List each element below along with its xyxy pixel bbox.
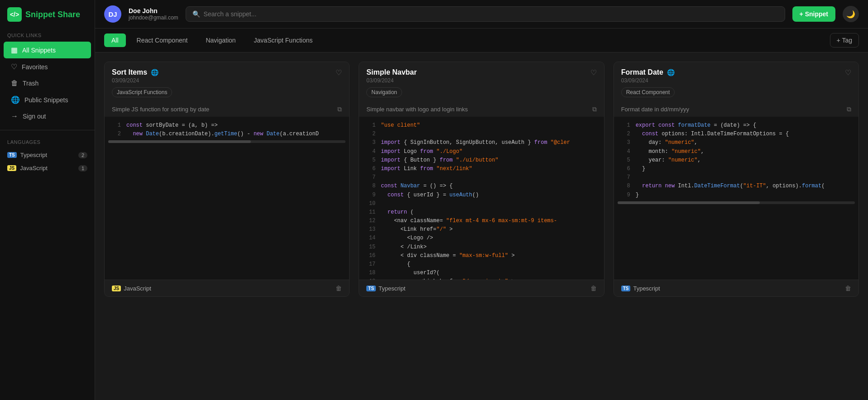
card-description: Simple JS function for sorting by date ⧉ [105,102,349,117]
line-number: 4 [364,148,375,156]
tab-react-component[interactable]: React Component [129,33,195,47]
delete-icon[interactable]: 🗑 [845,285,851,292]
code-line: 1"use client" [359,121,604,130]
copy-icon[interactable]: ⧉ [337,105,342,113]
card-top-row: Sort Items 🌐 03/09/2024 ♡ [112,68,342,84]
tab-javascript-functions[interactable]: JavaScript Functions [247,33,320,47]
search-bar[interactable]: 🔍 [186,6,785,22]
lang-left: JS JavaScript [7,165,48,171]
tag-badge: React Component [621,87,675,97]
line-number: 7 [364,173,375,182]
line-code: const sortByDate = (a, b) => [126,121,218,130]
line-number: 2 [364,130,375,138]
code-block: 1 const sortByDate = (a, b) => 2 new Dat… [105,117,349,280]
scrollbar-thumb [108,140,251,143]
favorite-icon[interactable]: ♡ [336,68,342,77]
code-line: 6 } [614,165,858,173]
line-number: 7 [619,173,630,182]
card-footer: JS JavaScript 🗑 [105,280,349,296]
sidebar-item-label: Sign out [23,113,46,120]
code-line: 2 [359,130,604,138]
search-input[interactable] [204,10,778,18]
line-number: 1 [110,121,121,130]
line-number: 19 [364,277,375,280]
favorite-icon[interactable]: ♡ [845,68,851,77]
line-code: import Logo from "./Logo" [381,148,462,156]
code-block: 1export const formatDate = (date) => { 2… [614,117,858,280]
avatar: DJ [104,5,121,23]
sidebar-item-public-snippets[interactable]: 🌐 Public Snippets [4,91,91,108]
copy-icon[interactable]: ⧉ [847,105,851,113]
line-number: 9 [619,191,630,200]
card-description: Simple navbar with logo and login links … [359,102,604,117]
user-email: johndoe@gmail.com [129,14,178,21]
line-number: 4 [619,148,630,156]
tab-navigation[interactable]: Navigation [198,33,243,47]
card-date: 03/09/2024 [621,77,675,84]
lang-item-typescript[interactable]: TS Typescript 2 [0,148,95,162]
card-date: 03/09/2024 [112,77,158,84]
code-line: 5import { Button } from "./ui/button" [359,156,604,165]
line-code: return new Intl.DateTimeFormat("it-IT", … [636,182,825,190]
delete-icon[interactable]: 🗑 [590,285,597,292]
copy-icon[interactable]: ⧉ [592,105,597,113]
line-code: userId?( [381,269,440,277]
sidebar-item-sign-out[interactable]: → Sign out [4,108,91,124]
line-number: 2 [619,130,630,138]
cards-container: Sort Items 🌐 03/09/2024 ♡ JavaScript Fun… [95,52,868,400]
sidebar-item-favorites[interactable]: ♡ Favorites [4,58,91,75]
code-line: 2 const options: Intl.DateTimeFormatOpti… [614,130,858,138]
language-label: TS Typescript [366,285,405,292]
line-number: 17 [364,260,375,269]
card-simple-navbar: Simple Navbar 03/09/2024 ♡ Navigation Si… [359,62,604,297]
js-badge: JS [7,165,16,171]
line-number: 2 [110,130,121,138]
line-number: 1 [619,121,630,130]
lang-badge: TS [621,286,631,291]
line-code: } [636,165,646,173]
code-line: 12 <nav className= "flex mt-4 mx-6 max-s… [359,217,604,225]
line-number: 6 [364,165,375,173]
add-snippet-button[interactable]: + Snippet [792,6,835,22]
globe-icon: 🌐 [11,95,20,104]
description-text: Simple navbar with logo and login links [366,106,468,113]
line-code: month: "numeric", [636,148,704,156]
code-line: 9} [614,191,858,200]
sidebar-item-trash[interactable]: 🗑 Trash [4,75,91,91]
card-footer: TS Typescript 🗑 [614,280,858,296]
card-title-area: Format Date 🌐 03/09/2024 [621,68,675,84]
line-number: 8 [619,182,630,190]
lang-badge: JS [112,286,121,291]
line-code: <nav className= "flex mt-4 mx-6 max-sm:m… [381,217,557,225]
sidebar: </> Snippet Share Quick Links ▦ All Snip… [0,0,95,400]
favorite-icon[interactable]: ♡ [590,68,597,77]
delete-icon[interactable]: 🗑 [336,285,342,292]
lang-item-javascript[interactable]: JS JavaScript 1 [0,162,95,175]
line-code: import { SignInButton, SignUpButton, use… [381,138,570,147]
code-line: 14 <Logo /> [359,234,604,243]
description-text: Simple JS function for sorting by date [112,106,209,113]
lang-label-typescript: Typescript [20,152,47,158]
line-number: 12 [364,217,375,225]
line-code: export const formatDate = (date) => { [636,121,756,130]
line-number: 14 [364,234,375,243]
line-number: 6 [619,165,630,173]
sidebar-item-all-snippets[interactable]: ▦ All Snippets [4,42,91,58]
tabs-bar: All React Component Navigation JavaScrip… [95,29,868,52]
code-line: 10 [359,200,604,208]
line-number: 8 [364,182,375,190]
tab-all[interactable]: All [104,33,126,47]
heart-icon: ♡ [11,62,17,71]
quick-links-label: Quick Links [0,33,95,42]
sidebar-item-label: Public Snippets [24,96,68,104]
ts-badge: TS [7,152,17,158]
line-code: new Date(b.creationDate).getTime() - new… [126,130,319,138]
globe-icon: 🌐 [151,69,158,76]
theme-toggle-button[interactable]: 🌙 [843,6,859,22]
add-tag-button[interactable]: + Tag [830,33,859,48]
line-number: 1 [364,121,375,130]
line-code: import Link from "next/link" [381,165,472,173]
line-number: 5 [364,156,375,165]
line-number: 18 [364,269,375,277]
line-code: day: "numeric", [636,138,698,147]
